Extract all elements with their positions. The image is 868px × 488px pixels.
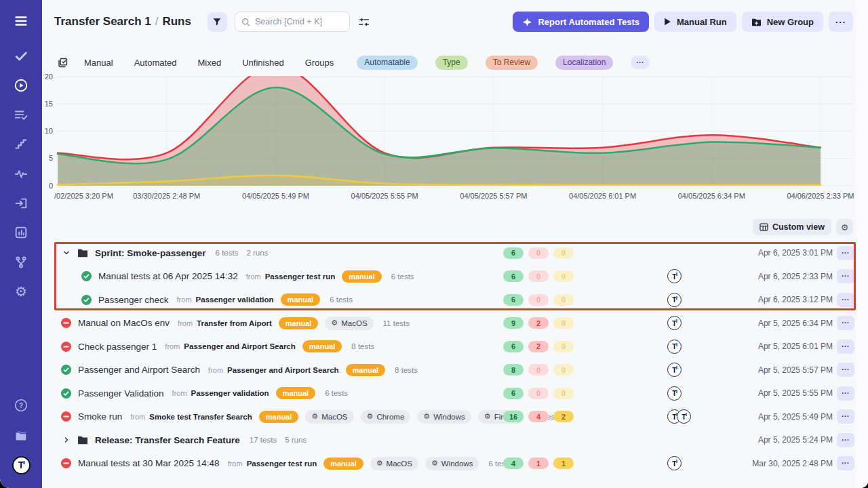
documents-icon[interactable] <box>13 428 29 444</box>
row-more-button[interactable]: ··· <box>837 246 854 260</box>
tab-automated[interactable]: Automated <box>134 58 177 68</box>
run-source[interactable]: Passenger test run <box>247 460 317 468</box>
passed-count: 6 <box>503 294 524 306</box>
manual-run-button[interactable]: Manual Run <box>654 12 736 32</box>
tab-unfinished[interactable]: Unfinished <box>242 58 283 68</box>
assignee-avatar[interactable]: T <box>667 293 682 307</box>
header-more-button[interactable]: ··· <box>829 12 853 32</box>
chevron-down-icon[interactable] <box>62 249 71 257</box>
row-more-button[interactable]: ··· <box>837 386 854 401</box>
assignee-avatar[interactable]: T <box>667 363 682 377</box>
row-more-button[interactable]: ··· <box>837 340 854 354</box>
svg-text:04/06/2025 2:33 PM: 04/06/2025 2:33 PM <box>787 192 854 200</box>
filter-tag-to-review[interactable]: To Review <box>486 56 538 70</box>
platform-tag-macos: ⚙MacOS <box>370 457 418 470</box>
other-count: 0 <box>553 270 574 282</box>
assignee-avatar[interactable]: T <box>667 386 682 401</box>
tab-manual[interactable]: Manual <box>84 58 113 68</box>
run-name[interactable]: Passenger and Airport Search <box>78 365 200 375</box>
svg-text:10: 10 <box>45 127 53 135</box>
passed-count: 6 <box>503 270 524 282</box>
filter-tag-localization[interactable]: Localization <box>555 56 613 70</box>
activity-icon[interactable] <box>13 166 29 182</box>
user-avatar[interactable]: T <box>12 455 31 474</box>
tab-mixed[interactable]: Mixed <box>198 58 222 68</box>
row-more-button[interactable]: ··· <box>837 456 854 470</box>
table-view-icon <box>760 223 768 231</box>
report-automated-tests-button[interactable]: Report Automated Tests <box>513 12 649 32</box>
run-source[interactable]: Smoke test Transfer Search <box>149 413 252 421</box>
run-row: Check passenger 1fromPassenger and Airpo… <box>42 335 868 359</box>
group-tests-count: 6 tests <box>216 249 239 257</box>
chevron-right-icon[interactable] <box>62 436 71 444</box>
run-date: Apr 5, 2025 5:49 PM <box>758 412 833 422</box>
assignee-avatar[interactable]: T <box>667 340 682 354</box>
run-name[interactable]: Check passenger 1 <box>78 342 157 352</box>
run-name[interactable]: Smoke run <box>78 411 122 422</box>
view-settings-gear-icon[interactable]: ⚙ <box>836 219 853 235</box>
assignee-avatar[interactable]: T <box>667 316 682 330</box>
test-cases-icon[interactable] <box>13 48 29 64</box>
run-source[interactable]: Passenger validation <box>191 389 269 397</box>
traceability-icon[interactable] <box>13 254 29 270</box>
settings-gear-icon[interactable]: ⚙ <box>13 283 29 300</box>
from-label: from <box>130 413 145 421</box>
search-input[interactable] <box>255 17 340 26</box>
filter-tag-automatable[interactable]: Automatable <box>357 56 417 70</box>
display-settings-icon[interactable] <box>358 16 370 28</box>
funnel-icon <box>212 17 222 26</box>
run-source[interactable]: Passenger validation <box>196 296 274 304</box>
run-name[interactable]: Manual on MacOs env <box>78 318 170 328</box>
assignee-avatar[interactable]: T <box>667 269 682 283</box>
assignee-avatar[interactable]: T <box>667 456 682 470</box>
run-name[interactable]: Passenger Validation <box>78 388 164 399</box>
from-label: from <box>178 319 193 327</box>
manual-badge: manual <box>342 270 382 283</box>
automation-icon <box>522 17 532 27</box>
run-date: Apr 6, 2025 2:33 PM <box>758 272 833 281</box>
passed-count: 9 <box>503 317 524 329</box>
row-more-button[interactable]: ··· <box>837 269 854 283</box>
run-source[interactable]: Passenger and Airport Search <box>227 366 338 374</box>
run-name[interactable]: Manual tests at 30 Mar 2025 14:48 <box>78 458 220 468</box>
status-passed-icon <box>61 388 71 399</box>
run-source[interactable]: Passenger test run <box>265 272 336 281</box>
hamburger-menu-icon[interactable] <box>13 13 29 29</box>
assignee-avatar[interactable]: T <box>677 409 691 424</box>
filter-button[interactable] <box>208 12 227 32</box>
row-more-button[interactable]: ··· <box>837 433 854 447</box>
tab-groups[interactable]: Groups <box>305 58 334 68</box>
select-all-icon[interactable] <box>57 57 68 68</box>
test-runs-icon[interactable] <box>13 77 29 94</box>
breadcrumb-project[interactable]: Transfer Search 1 <box>54 15 151 28</box>
run-name[interactable]: Passenger check <box>98 295 169 305</box>
passed-count: 8 <box>503 364 524 375</box>
result-counts: 600 <box>503 294 574 306</box>
search-box[interactable] <box>235 12 350 32</box>
run-date: Apr 5, 2025 5:24 PM <box>758 435 833 445</box>
import-icon[interactable] <box>13 195 29 211</box>
help-icon[interactable]: ? <box>13 397 29 413</box>
row-more-button[interactable]: ··· <box>837 293 854 307</box>
run-date: Apr 5, 2025 6:01 PM <box>758 342 833 351</box>
manual-badge: manual <box>302 340 342 352</box>
filter-tags-more-button[interactable]: ··· <box>631 56 650 69</box>
group-name[interactable]: Release: Transfer Search Feature <box>95 435 240 445</box>
row-more-button[interactable]: ··· <box>837 363 854 377</box>
run-row: Manual on MacOs envfromTransfer from Aip… <box>42 312 868 336</box>
run-name[interactable]: Manual tests at 06 Apr 2025 14:32 <box>98 271 238 281</box>
run-source[interactable]: Transfer from Aiport <box>197 319 272 327</box>
status-failed-icon <box>61 318 71 328</box>
new-group-button[interactable]: New Group <box>742 12 823 32</box>
group-name[interactable]: Sprint: Smoke-passenger <box>95 248 206 258</box>
shared-steps-icon[interactable] <box>13 107 29 123</box>
milestones-icon[interactable] <box>13 136 29 152</box>
row-more-button[interactable]: ··· <box>837 409 854 424</box>
analytics-icon[interactable] <box>13 224 29 241</box>
custom-view-button[interactable]: Custom view <box>753 219 831 235</box>
run-source[interactable]: Passenger and Airport Search <box>184 342 295 350</box>
row-more-button[interactable]: ··· <box>837 316 854 330</box>
filter-tag-type[interactable]: Type <box>435 56 468 70</box>
play-icon <box>664 18 671 26</box>
run-type-tabs: ManualAutomatedMixedUnfinishedGroups <box>84 58 355 68</box>
